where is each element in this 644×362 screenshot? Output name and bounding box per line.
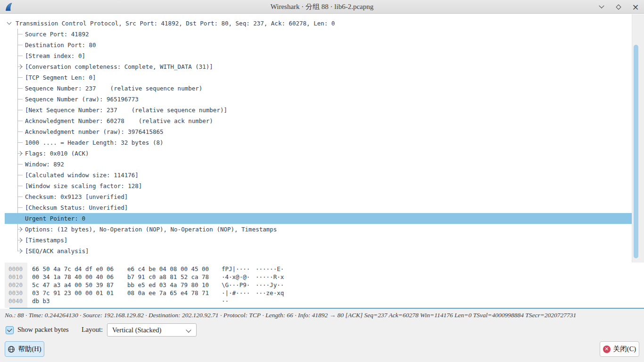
tree-row-label: Window: 892 — [25, 161, 64, 168]
tree-row-label: Acknowledgment number (raw): 3976415865 — [25, 128, 164, 135]
maximize-icon[interactable] — [614, 2, 623, 12]
scrollbar-thumb[interactable] — [634, 45, 638, 258]
hex-offset: 0020 — [5, 281, 27, 289]
tree-row[interactable]: Transmission Control Protocol, Src Port:… — [5, 18, 632, 29]
hex-bytes: e6 c4 be 04 08 00 45 00 — [127, 265, 210, 273]
close-button-label: 关闭(C) — [613, 345, 636, 354]
ascii-bytes: ·4·x@·@· — [222, 273, 252, 281]
titlebar[interactable]: Wireshark · 分组 88 · lib6-2.pcapng × — [0, 0, 644, 14]
tree-row[interactable]: Flags: 0x010 (ACK) — [5, 148, 632, 159]
tree-row-label: Sequence Number (raw): 965196773 — [25, 96, 139, 103]
chevron-down-icon — [186, 327, 191, 332]
tree-row[interactable]: Source Port: 41892 — [5, 29, 632, 40]
hex-bytes: 5c 47 a3 a4 00 50 39 87 — [32, 281, 115, 289]
close-circle-icon: ✕ — [603, 346, 611, 353]
bottom-panel: No.: 88 · Time: 0.244264130 · Source: 19… — [0, 309, 644, 362]
tree-row-label: Acknowledgment Number: 60278 (relative a… — [25, 117, 213, 124]
ascii-bytes: ····Jy·· — [256, 281, 284, 289]
ascii-bytes: ·· — [222, 297, 252, 305]
tree-row[interactable]: [SEQ/ACK analysis] — [5, 246, 632, 256]
globe-icon — [8, 346, 15, 353]
tree-row[interactable]: [TCP Segment Len: 0] — [5, 72, 632, 83]
tree-row-label: Transmission Control Protocol, Src Port:… — [16, 20, 335, 27]
show-packet-bytes-label[interactable]: Show packet bytes — [17, 326, 69, 334]
ascii-bytes: ·|·#···· — [222, 289, 252, 297]
tree-row-label: [TCP Segment Len: 0] — [25, 74, 96, 81]
hex-offset: 0010 — [5, 273, 27, 281]
expand-icon[interactable] — [18, 227, 23, 232]
scrollbar-track[interactable] — [632, 14, 644, 263]
tree-row[interactable]: Acknowledgment Number: 60278 (relative a… — [5, 115, 632, 126]
packet-summary-status: No.: 88 · Time: 0.244264130 · Source: 19… — [5, 312, 640, 319]
hex-bytes: b7 91 c0 a8 81 52 ca 78 — [127, 273, 210, 281]
hex-bytes: 00 34 1a 78 40 00 40 06 — [32, 273, 115, 281]
tree-row[interactable]: Options: (12 bytes), No-Operation (NOP),… — [5, 224, 632, 235]
tree-row-selected[interactable]: Urgent Pointer: 0 — [5, 213, 632, 224]
layout-select[interactable]: Vertical (Stacked) — [107, 323, 197, 337]
tree-row-label: [Conversation completeness: Complete, WI… — [25, 63, 213, 70]
tree-row-label: [Next Sequence Number: 237 (relative seq… — [25, 107, 227, 114]
tree-row[interactable]: Destination Port: 80 — [5, 40, 632, 50]
expand-icon[interactable] — [18, 238, 23, 243]
tree-row[interactable]: [Window size scaling factor: 128] — [5, 181, 632, 191]
help-button-label: 帮助(H) — [18, 345, 41, 354]
tree-row[interactable]: 1000 .... = Header Length: 32 bytes (8) — [5, 137, 632, 148]
hex-offset: 0040 — [5, 297, 27, 305]
tree-row-label: Checksum: 0x9123 [unverified] — [25, 193, 128, 200]
window-title: Wireshark · 分组 88 · lib6-2.pcapng — [0, 0, 644, 14]
ascii-bytes: fPJ|···· — [222, 265, 252, 273]
tree-row-label: [Timestamps] — [25, 237, 67, 244]
hex-bytes — [127, 297, 210, 305]
tree-row[interactable]: [Conversation completeness: Complete, WI… — [5, 61, 632, 72]
minimize-icon[interactable] — [597, 2, 606, 12]
hex-bytes: 66 50 4a 7c d4 df e0 06 — [32, 265, 115, 273]
tree-row[interactable]: Checksum: 0x9123 [unverified] — [5, 191, 632, 202]
tree-row-label: Options: (12 bytes), No-Operation (NOP),… — [25, 226, 277, 233]
tree-row-label: [Stream index: 0] — [25, 52, 85, 59]
tree-row-label: 1000 .... = Header Length: 32 bytes (8) — [25, 139, 164, 146]
packet-bytes-pane[interactable]: 000066 50 4a 7c d4 df e0 06e6 c4 be 04 0… — [0, 263, 644, 308]
ascii-bytes: \G···P9· — [222, 281, 252, 289]
tree-row[interactable]: Acknowledgment number (raw): 3976415865 — [5, 126, 632, 137]
tree-row[interactable]: [Next Sequence Number: 237 (relative seq… — [5, 105, 632, 115]
window-controls: × — [597, 0, 640, 14]
tree-row-label: Destination Port: 80 — [25, 41, 96, 49]
hex-row[interactable]: 00205c 47 a3 a4 00 50 39 87bb e5 ed 03 4… — [0, 281, 644, 289]
tree-row-label: [Window size scaling factor: 128] — [25, 182, 142, 189]
tree-row[interactable]: Window: 892 — [5, 159, 632, 170]
tree-row-label: [SEQ/ACK analysis] — [25, 247, 89, 255]
ascii-bytes: ···ze·xq — [256, 289, 284, 297]
show-packet-bytes-checkbox[interactable] — [6, 326, 14, 334]
tree-row[interactable]: [Timestamps] — [5, 235, 632, 246]
hex-row[interactable]: 001000 34 1a 78 40 00 40 06b7 91 c0 a8 8… — [0, 273, 644, 281]
expand-icon[interactable] — [18, 249, 23, 254]
hex-offset: 0030 — [5, 289, 27, 297]
collapse-icon[interactable] — [7, 20, 12, 25]
help-button[interactable]: 帮助(H) — [5, 341, 44, 357]
hex-bytes: bb e5 ed 03 4a 79 80 10 — [127, 281, 210, 289]
packet-detail-dialog: Wireshark · 分组 88 · lib6-2.pcapng × Tran… — [0, 0, 644, 362]
hex-offset: 0000 — [5, 265, 27, 273]
tree-row[interactable]: Sequence Number (raw): 965196773 — [5, 94, 632, 105]
hex-bytes: 08 0a ee 7a 65 e4 78 71 — [127, 289, 210, 297]
layout-label: Layout: — [82, 326, 103, 334]
hex-row[interactable]: 0040db b3·· — [0, 297, 644, 305]
tree-row[interactable]: [Checksum Status: Unverified] — [5, 202, 632, 213]
packet-details-tree[interactable]: Transmission Control Protocol, Src Port:… — [0, 14, 644, 263]
close-button[interactable]: ✕ 关闭(C) — [600, 341, 639, 357]
ascii-bytes: ·····R·x — [256, 273, 284, 281]
tree-row-label: [Calculated window size: 114176] — [25, 172, 139, 179]
tree-row-label: Flags: 0x010 (ACK) — [25, 150, 89, 157]
hex-row[interactable]: 003003 7c 91 23 00 00 01 0108 0a ee 7a 6… — [0, 289, 644, 297]
close-window-icon[interactable]: × — [631, 2, 640, 12]
tree-row-label: Sequence Number: 237 (relative sequence … — [25, 85, 202, 92]
tree-row[interactable]: [Calculated window size: 114176] — [5, 170, 632, 181]
hex-bytes: db b3 — [32, 297, 115, 305]
expand-icon[interactable] — [18, 151, 23, 156]
tree-row-label: Source Port: 41892 — [25, 31, 89, 38]
tree-row[interactable]: Sequence Number: 237 (relative sequence … — [5, 83, 632, 94]
expand-icon[interactable] — [18, 65, 23, 69]
hex-row[interactable]: 000066 50 4a 7c d4 df e0 06e6 c4 be 04 0… — [0, 265, 644, 273]
tree-row[interactable]: [Stream index: 0] — [5, 50, 632, 61]
layout-select-value: Vertical (Stacked) — [112, 324, 161, 336]
